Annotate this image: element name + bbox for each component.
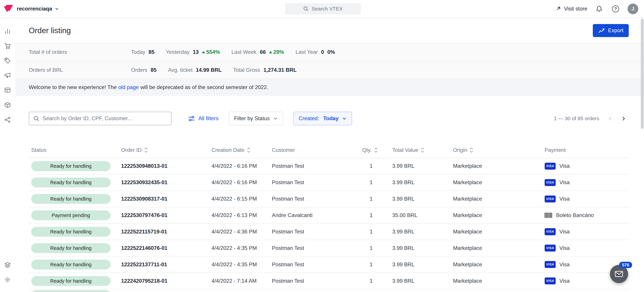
- status-filter-dropdown[interactable]: Filter by Status: [229, 112, 283, 125]
- deprecation-banner: Welcome to the new experience! The old p…: [15, 79, 644, 96]
- origin-cell: Marketplace: [450, 278, 542, 284]
- qty-cell: 1: [360, 278, 390, 284]
- status-badge: Ready for handling: [31, 260, 110, 270]
- creation-date-cell: 4/4/2022 - 4:36 PM: [209, 229, 270, 235]
- customer-cell: Postman Test: [270, 278, 360, 284]
- stat-item: Avg. ticket14.99 BRL: [168, 67, 222, 73]
- help-button[interactable]: ?: [611, 4, 620, 13]
- creation-date-cell: 4/4/2022 - 4:35 PM: [209, 245, 270, 251]
- total-value-cell: 3.99 BRL: [390, 262, 450, 268]
- table-header: StatusOrder IDCreation DateCustomerQty.T…: [29, 143, 629, 158]
- next-page-button[interactable]: [618, 113, 629, 124]
- search-icon: [33, 116, 39, 122]
- chevron-right-icon: [621, 116, 626, 121]
- support-chat-button[interactable]: 576: [610, 265, 628, 283]
- chart-line-icon: [598, 28, 605, 33]
- qty-cell: 1: [360, 245, 390, 251]
- table-row[interactable]: Payment pending1222530797476-014/4/2022 …: [29, 207, 629, 224]
- stat-item: Yesterday13554%: [166, 49, 220, 55]
- topbar: recorrenciaqa Search VTEX Visit store ?: [0, 0, 644, 18]
- sliders-icon: [188, 115, 195, 122]
- global-search-input[interactable]: Search VTEX: [285, 3, 361, 14]
- table-row[interactable]: Ready for handling1222522137711-014/4/20…: [29, 257, 629, 273]
- visa-icon: VISA: [545, 195, 556, 202]
- column-header[interactable]: Origin: [450, 147, 542, 153]
- table-row[interactable]: Ready for handling1222522115719-014/4/20…: [29, 224, 629, 240]
- qty-cell: 1: [360, 163, 390, 169]
- stats-section: Total # of orders Today85Yesterday13554%…: [15, 43, 644, 79]
- column-header[interactable]: Creation Date: [209, 147, 270, 153]
- column-header[interactable]: Qty.: [360, 147, 390, 153]
- payment-cell: VISAVisa: [542, 179, 629, 186]
- customer-cell: Postman Test: [270, 179, 360, 185]
- qty-cell: 1: [360, 229, 390, 235]
- qty-cell: 1: [360, 179, 390, 185]
- payment-cell: Boleto Bancário: [542, 212, 629, 218]
- all-filters-button[interactable]: All filters: [188, 115, 218, 122]
- avatar[interactable]: J: [628, 3, 638, 14]
- stat-item: Last Year00%: [296, 49, 335, 55]
- scrollbar[interactable]: [641, 19, 644, 291]
- scrollbar-thumb[interactable]: [641, 19, 644, 129]
- origin-cell: Marketplace: [450, 196, 542, 202]
- origin-cell: Marketplace: [450, 163, 542, 169]
- old-page-link[interactable]: old page: [118, 84, 139, 90]
- column-header: Customer: [270, 147, 360, 153]
- origin-cell: Marketplace: [450, 245, 542, 251]
- gear-icon[interactable]: [1, 272, 14, 287]
- table-row[interactable]: Ready for handling1222530948013-014/4/20…: [29, 158, 629, 174]
- total-value-cell: 3.99 BRL: [390, 196, 450, 202]
- stat-item: Orders85: [131, 67, 157, 73]
- created-filter-dropdown[interactable]: Created: Today: [293, 112, 352, 125]
- stat-item: Today85: [131, 49, 154, 55]
- bell-icon: [596, 5, 603, 12]
- order-search-input[interactable]: [42, 116, 167, 122]
- creation-date-cell: 4/4/2022 - 6:15 PM: [209, 196, 270, 202]
- status-badge: Ready for handling: [31, 194, 110, 204]
- origin-cell: Marketplace: [450, 179, 542, 185]
- help-icon: ?: [612, 5, 619, 12]
- cart-icon[interactable]: [1, 39, 14, 53]
- origin-cell: Marketplace: [450, 262, 542, 268]
- creation-date-cell: 4/4/2022 - 4:35 PM: [209, 262, 270, 268]
- visa-icon: VISA: [545, 179, 556, 186]
- page-title: Order listing: [29, 26, 71, 35]
- triangle-up-icon: [269, 51, 272, 53]
- status-badge: Ready for handling: [31, 177, 110, 187]
- share-icon[interactable]: [1, 112, 14, 127]
- table-row[interactable]: Ready for handling1222530932435-014/4/20…: [29, 174, 629, 191]
- layers-icon[interactable]: [1, 258, 14, 272]
- order-id-cell: 1222530797476-01: [119, 212, 209, 218]
- table-row[interactable]: Ready for handling1222522146076-014/4/20…: [29, 240, 629, 257]
- visa-icon: VISA: [545, 261, 556, 268]
- order-search-box[interactable]: [29, 112, 172, 125]
- chevron-down-icon: [273, 116, 278, 121]
- visit-store-button[interactable]: Visit store: [555, 6, 587, 12]
- table-row[interactable]: Ready for handling1222420795218-014/4/20…: [29, 273, 629, 289]
- orders-stats-row: Total # of orders Today85Yesterday13554%…: [15, 43, 644, 61]
- sort-icon: [470, 147, 474, 153]
- account-switcher[interactable]: recorrenciaqa: [17, 6, 59, 12]
- package-icon[interactable]: [1, 98, 14, 112]
- payment-cell: VISAVisa: [542, 228, 629, 235]
- column-header[interactable]: Order ID: [119, 147, 209, 153]
- brl-stats-row: Orders of BRL Orders85Avg. ticket14.99 B…: [15, 61, 644, 79]
- column-header[interactable]: Total Value: [390, 147, 450, 153]
- table-row-partial: [29, 289, 629, 292]
- status-badge: [31, 290, 110, 292]
- order-id-cell: 1222530948013-01: [119, 163, 209, 169]
- vtex-logo: [4, 5, 13, 13]
- search-icon: [303, 6, 309, 12]
- table-row[interactable]: Ready for handling1222530908317-014/4/20…: [29, 191, 629, 207]
- tag-icon[interactable]: [1, 53, 14, 68]
- sort-icon: [374, 147, 378, 153]
- total-value-cell: 3.99 BRL: [390, 245, 450, 251]
- export-button[interactable]: Export: [593, 24, 629, 37]
- megaphone-icon[interactable]: [1, 68, 14, 83]
- order-id-cell: 1222522146076-01: [119, 245, 209, 251]
- prev-page-button[interactable]: [605, 113, 616, 124]
- notifications-button[interactable]: [595, 4, 604, 13]
- bar-chart-icon[interactable]: [1, 24, 14, 38]
- table-icon[interactable]: [1, 83, 14, 98]
- stat-item: Last Week6629%: [232, 49, 284, 55]
